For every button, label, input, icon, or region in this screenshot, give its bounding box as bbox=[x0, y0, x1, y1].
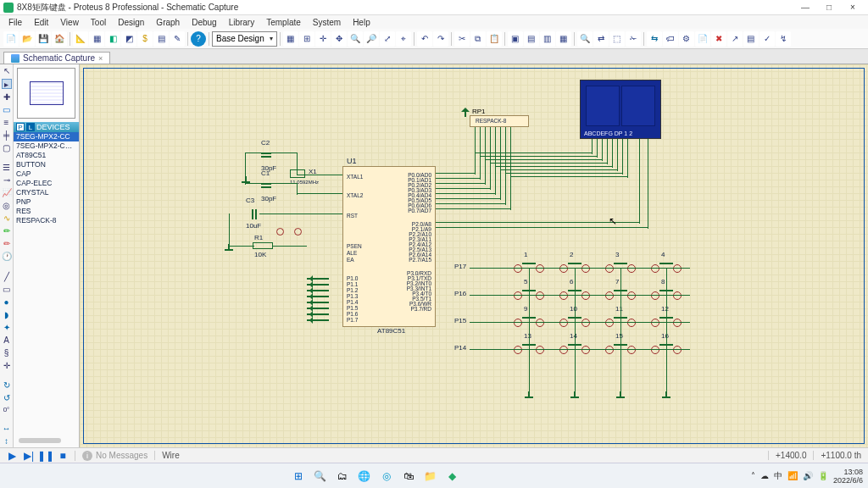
tray-battery-icon[interactable]: 🔋 bbox=[818, 471, 828, 480]
device-item-8[interactable]: RES bbox=[14, 207, 79, 216]
menu-debug[interactable]: Debug bbox=[186, 18, 221, 27]
pick-p-icon[interactable]: P bbox=[16, 123, 25, 131]
tray-wifi-icon[interactable]: 📶 bbox=[787, 471, 798, 480]
edge-icon[interactable]: 🌐 bbox=[356, 468, 373, 485]
device-item-7[interactable]: PNP bbox=[14, 197, 79, 207]
make-device-icon[interactable]: ⇄ bbox=[593, 31, 609, 47]
menu-design[interactable]: Design bbox=[113, 18, 149, 27]
sidepanel-scrollbar[interactable] bbox=[14, 434, 79, 447]
design-combo[interactable]: Base Design bbox=[212, 31, 277, 47]
source-icon[interactable]: ▤ bbox=[153, 31, 169, 47]
sim-play-icon[interactable]: ▶ bbox=[5, 450, 19, 462]
tray-lang-icon[interactable]: 中 bbox=[774, 470, 782, 482]
notes-icon[interactable]: ✎ bbox=[170, 31, 185, 47]
menu-edit[interactable]: Edit bbox=[29, 18, 53, 27]
component-7seg-display[interactable]: ABCDEFG DP 1 2 bbox=[580, 80, 661, 139]
devices-list[interactable]: 7SEG-MPX2-CC 7SEG-MPX2-CC-BLU AT89C51 BU… bbox=[14, 132, 79, 434]
graph-icon[interactable]: 📈 bbox=[2, 188, 12, 197]
block-copy-icon[interactable]: ▣ bbox=[508, 31, 523, 47]
3d-icon[interactable]: ◧ bbox=[105, 31, 120, 47]
menu-system[interactable]: System bbox=[308, 18, 346, 27]
component-u1-at89c51[interactable]: U1 AT89C51 XTAL1 XTAL2 RST PSEN ALE EA P… bbox=[342, 166, 436, 327]
mirror-v-icon[interactable]: ↕ bbox=[2, 436, 12, 446]
sim-stop-icon[interactable]: ■ bbox=[56, 450, 70, 462]
component-reset-button[interactable] bbox=[276, 225, 302, 237]
device-item-1[interactable]: 7SEG-MPX2-CC-BLU bbox=[14, 141, 79, 151]
rotate-ccw-icon[interactable]: ↺ bbox=[2, 393, 12, 402]
netlist-icon[interactable]: ↯ bbox=[776, 31, 791, 47]
tray-volume-icon[interactable]: 🔊 bbox=[803, 471, 813, 480]
pcb-icon[interactable]: ▦ bbox=[89, 31, 104, 47]
schematic-icon[interactable]: 📐 bbox=[73, 31, 88, 47]
menu-file[interactable]: File bbox=[3, 18, 27, 27]
arc2d-icon[interactable]: ◗ bbox=[2, 310, 12, 319]
menu-help[interactable]: Help bbox=[348, 18, 376, 27]
menu-library[interactable]: Library bbox=[224, 18, 260, 27]
package-icon[interactable]: ⬚ bbox=[609, 31, 625, 47]
maximize-button[interactable]: □ bbox=[817, 1, 841, 14]
search-icon[interactable]: 🔍 bbox=[312, 468, 329, 485]
component-c1[interactable] bbox=[261, 178, 271, 193]
snap-icon[interactable]: ▦ bbox=[283, 31, 298, 47]
tab-schematic-capture[interactable]: Schematic Capture × bbox=[3, 52, 110, 64]
pan-icon[interactable]: ✥ bbox=[331, 31, 347, 47]
zoom-in-icon[interactable]: 🔍 bbox=[348, 31, 363, 47]
tape-icon[interactable]: ◎ bbox=[2, 201, 12, 210]
component-c2[interactable] bbox=[261, 147, 271, 163]
proteus-task-icon[interactable]: ◆ bbox=[444, 468, 461, 485]
instrument-icon[interactable]: 🕐 bbox=[2, 252, 12, 261]
block-delete-icon[interactable]: ▦ bbox=[556, 31, 571, 47]
device-item-4[interactable]: CAP bbox=[14, 169, 79, 179]
tray-clock[interactable]: 13:08 2022/6/6 bbox=[833, 468, 863, 485]
browser2-icon[interactable]: ◎ bbox=[378, 468, 395, 485]
power-terminal[interactable] bbox=[461, 103, 470, 112]
pick-l-icon[interactable]: L bbox=[26, 123, 35, 131]
wire-autoroute-icon[interactable]: ⇆ bbox=[647, 31, 662, 47]
device-item-2[interactable]: AT89C51 bbox=[14, 151, 79, 160]
bus-icon[interactable]: ╪ bbox=[2, 130, 12, 140]
device-item-0[interactable]: 7SEG-MPX2-CC bbox=[14, 132, 79, 141]
close-proj-icon[interactable]: 🏠 bbox=[52, 31, 67, 47]
folder-icon[interactable]: 📁 bbox=[422, 468, 439, 485]
sim-step-icon[interactable]: ▶| bbox=[22, 450, 36, 462]
close-button[interactable]: × bbox=[841, 1, 865, 14]
undo-icon[interactable]: ↶ bbox=[417, 31, 432, 47]
select-mode-icon[interactable]: ↖ bbox=[2, 66, 12, 75]
junction-icon[interactable]: ✚ bbox=[2, 92, 12, 102]
subcircuit-icon[interactable]: ▢ bbox=[2, 143, 12, 152]
terminal-icon[interactable]: ☰ bbox=[2, 163, 12, 172]
gerber-icon[interactable]: ◩ bbox=[121, 31, 136, 47]
marker2d-icon[interactable]: ✛ bbox=[2, 361, 12, 370]
menu-graph[interactable]: Graph bbox=[151, 18, 185, 27]
minimize-button[interactable]: — bbox=[793, 1, 817, 14]
erc-icon[interactable]: ✓ bbox=[760, 31, 775, 47]
wirelabel-icon[interactable]: ▭ bbox=[2, 105, 12, 114]
block-move-icon[interactable]: ▤ bbox=[524, 31, 539, 47]
generator-icon[interactable]: ∿ bbox=[2, 214, 12, 223]
text2d-icon[interactable]: A bbox=[2, 336, 12, 345]
store-icon[interactable]: 🛍 bbox=[400, 468, 417, 485]
save-icon[interactable]: 💾 bbox=[36, 31, 51, 47]
schematic-canvas[interactable]: U1 AT89C51 XTAL1 XTAL2 RST PSEN ALE EA P… bbox=[80, 64, 868, 447]
exit-sheet-icon[interactable]: ↗ bbox=[727, 31, 743, 47]
component-mode-icon[interactable]: ▸ bbox=[2, 79, 12, 89]
new-sheet-icon[interactable]: 📄 bbox=[695, 31, 710, 47]
zoom-all-icon[interactable]: ⤢ bbox=[380, 31, 395, 47]
copy-icon[interactable]: ⧉ bbox=[470, 31, 486, 47]
device-item-9[interactable]: RESPACK-8 bbox=[14, 216, 79, 225]
cut-icon[interactable]: ✂ bbox=[454, 31, 470, 47]
device-item-5[interactable]: CAP-ELEC bbox=[14, 179, 79, 188]
device-item-3[interactable]: BUTTON bbox=[14, 160, 79, 169]
bom-gen-icon[interactable]: ▤ bbox=[743, 31, 759, 47]
symbol2d-icon[interactable]: § bbox=[2, 348, 12, 358]
zoom-region-icon[interactable]: ⌖ bbox=[396, 31, 411, 47]
gnd-terminal-1[interactable] bbox=[224, 249, 234, 258]
path2d-icon[interactable]: ✦ bbox=[2, 323, 12, 332]
text-script-icon[interactable]: ≡ bbox=[2, 118, 12, 127]
p1-header-block[interactable] bbox=[307, 276, 337, 330]
decompose-icon[interactable]: ✁ bbox=[626, 31, 641, 47]
zoom-out-icon[interactable]: 🔎 bbox=[364, 31, 379, 47]
menu-tool[interactable]: Tool bbox=[86, 18, 111, 27]
help-icon[interactable]: ? bbox=[191, 31, 206, 47]
probe-i-icon[interactable]: ✏ bbox=[2, 239, 12, 248]
